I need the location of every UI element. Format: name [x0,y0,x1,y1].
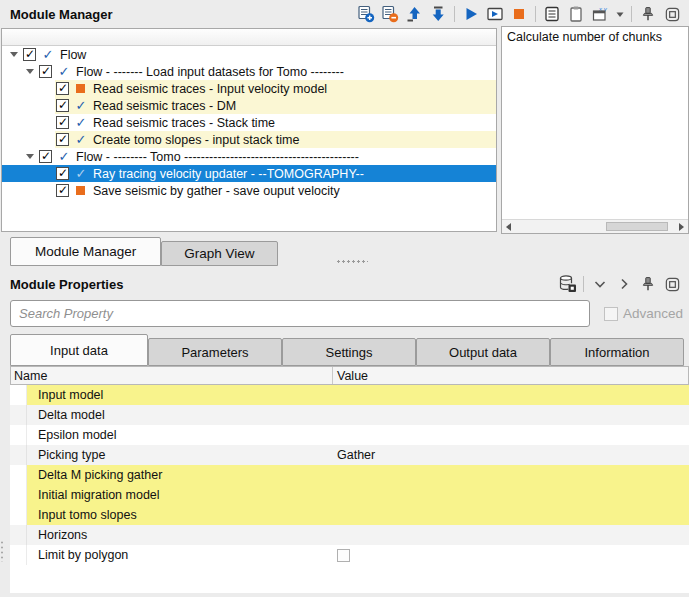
tab-settings[interactable]: Settings [282,338,416,366]
property-name: Delta M picking gather [27,468,332,482]
row-indicator-cell [10,405,27,425]
move-down-icon [429,5,447,23]
status-square-icon [76,186,85,195]
property-name: Input tomo slopes [27,508,332,522]
tree-row-label: Save seismic by gather - save ouput velo… [93,184,340,198]
chevron-right-button[interactable] [613,274,635,294]
tree-row[interactable]: ✓Flow - ------- Load input datasets for … [2,63,496,80]
chevron-down-button[interactable] [589,274,611,294]
move-up-button[interactable] [403,4,425,24]
property-row-body: Limit by polygon [27,545,689,565]
tree-row[interactable]: ✓Flow [2,46,496,63]
database-save-icon [557,274,578,294]
tree-checkbox[interactable] [56,116,69,129]
tree-row[interactable]: ✓Flow - -------- Tomo ------------------… [2,148,496,165]
pin-button[interactable] [637,4,659,24]
column-header-name[interactable]: Name [11,367,333,384]
expander-icon[interactable] [6,52,22,57]
tree-checkbox[interactable] [39,150,52,163]
scroll-left-arrow-icon[interactable] [506,223,511,231]
property-row[interactable]: Input model [10,385,689,405]
tree-checkbox[interactable] [56,167,69,180]
tree-checkbox[interactable] [23,48,36,61]
pin-button[interactable] [637,274,659,294]
tab-parameters[interactable]: Parameters [148,338,282,366]
run-icon [462,5,480,23]
column-header-value[interactable]: Value [333,369,688,383]
property-row[interactable]: Picking typeGather [10,445,689,465]
advanced-option: Advanced [604,306,683,321]
tree-row-content: Save seismic by gather - save ouput velo… [55,182,496,199]
log-list-button[interactable] [541,4,563,24]
dock-splitter-handle[interactable] [336,258,368,263]
clipboard-button[interactable] [565,4,587,24]
expander-icon[interactable] [22,154,38,159]
tree-row[interactable]: ✓Read seismic traces - Stack time [2,114,496,131]
run-to-icon [485,5,505,23]
remove-module-button[interactable] [379,4,401,24]
dock-tab-module-manager[interactable]: Module Manager [10,237,161,266]
tree-row[interactable]: ✓Read seismic traces - DM [2,97,496,114]
value-checkbox[interactable] [337,549,350,562]
tree-row-label: Ray tracing velocity updater - --TOMOGRA… [93,167,364,181]
window-edge-grip[interactable] [0,540,5,562]
module-manager-toolbar: x,y [355,4,683,24]
row-indicator-cell [10,465,27,485]
tree-checkbox[interactable] [56,184,69,197]
tree-row-label: Flow - ------- Load input datasets for T… [76,65,344,79]
move-up-icon [405,5,423,23]
tree-checkbox[interactable] [56,82,69,95]
property-value-cell[interactable]: Gather [332,448,689,462]
tree-row[interactable]: ✓Create tomo slopes - input stack time [2,131,496,148]
dock-tab-graph-view[interactable]: Graph View [161,241,277,266]
add-module-icon [357,5,375,23]
run-to-button[interactable] [484,4,506,24]
module-manager-title: Module Manager [10,7,113,22]
stop-button[interactable] [508,4,530,24]
row-indicator-cell [10,445,27,465]
tab-input-data[interactable]: Input data [10,334,148,366]
tree-row[interactable]: Save seismic by gather - save ouput velo… [2,182,496,199]
float-button[interactable] [661,274,683,294]
scrollbar-thumb[interactable] [606,222,668,231]
property-name: Delta model [27,408,332,422]
expander-icon[interactable] [22,69,38,74]
tree-row-content: Read seismic traces - Input velocity mod… [55,80,496,97]
run-button[interactable] [460,4,482,24]
database-save-button[interactable] [556,274,578,294]
property-row[interactable]: Epsilon model [10,425,689,445]
property-row[interactable]: Horizons [10,525,689,545]
horizontal-scrollbar[interactable] [502,219,688,233]
add-module-button[interactable] [355,4,377,24]
tree-checkbox[interactable] [39,65,52,78]
property-row[interactable]: Initial migration model [10,485,689,505]
property-row[interactable]: Limit by polygon [10,545,689,565]
tree-row[interactable]: ✓Ray tracing velocity updater - --TOMOGR… [2,165,496,182]
tree-row-content: ✓Flow - -------- Tomo ------------------… [38,148,496,165]
tree-row-content: ✓Read seismic traces - Stack time [55,114,496,131]
scroll-right-arrow-icon[interactable] [679,223,684,231]
property-name: Initial migration model [27,488,332,502]
status-check-icon: ✓ [75,166,87,181]
tab-output-data[interactable]: Output data [416,338,550,366]
dropdown-caret-button[interactable] [613,4,626,24]
property-row[interactable]: Delta model [10,405,689,425]
pin-icon [640,275,656,293]
tab-information[interactable]: Information [550,338,684,366]
chevron-down-icon [591,275,609,293]
search-property-input[interactable] [10,300,590,327]
property-row[interactable]: Input tomo slopes [10,505,689,525]
property-row[interactable]: Delta M picking gather [10,465,689,485]
property-value: Gather [337,448,375,462]
tree-row[interactable]: Read seismic traces - Input velocity mod… [2,80,496,97]
tree-checkbox[interactable] [56,99,69,112]
move-down-button[interactable] [427,4,449,24]
dropdown-caret-icon [615,5,625,23]
advanced-checkbox[interactable] [604,307,618,321]
float-button[interactable] [661,4,683,24]
tree-row-label: Flow - -------- Tomo -------------------… [76,150,359,164]
coords-window-button[interactable]: x,y [589,4,611,24]
tree-checkbox[interactable] [56,133,69,146]
properties-tabbar: Input dataParametersSettingsOutput dataI… [0,332,689,366]
property-value-cell[interactable] [332,549,689,562]
